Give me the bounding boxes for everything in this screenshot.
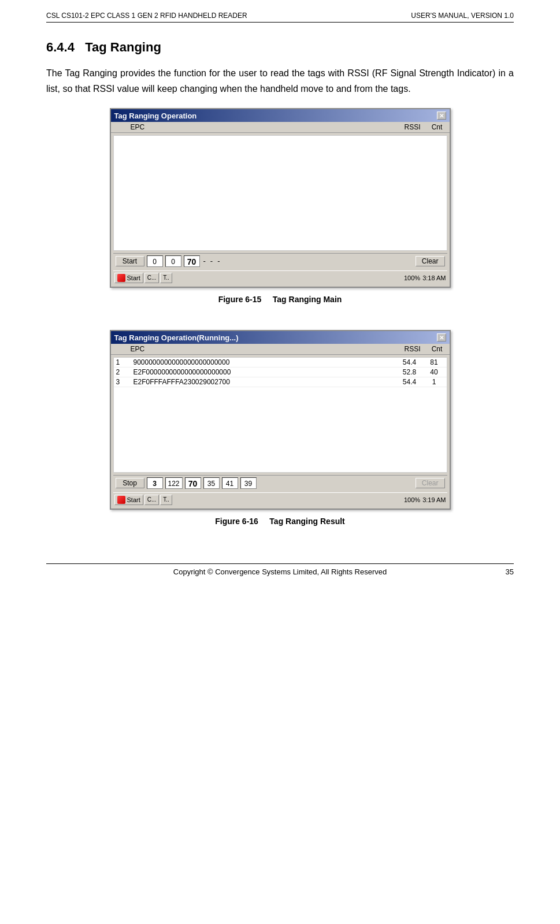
- figure2-clear-btn[interactable]: Clear: [416, 478, 445, 488]
- row1-num: 1: [116, 358, 133, 366]
- row1-rssi: 54.4: [395, 358, 424, 366]
- figure2-titlebar: Tag Ranging Operation(Running...) ✕: [111, 331, 450, 344]
- table-row: 3 E2F0FFFAFFFA230029002700 54.4 1: [114, 377, 447, 387]
- header-right: USER'S MANUAL, VERSION 1.0: [411, 12, 514, 20]
- col-epc-header: EPC: [131, 123, 398, 131]
- figure2-channel: 70: [185, 477, 201, 489]
- figure1-clear-btn[interactable]: Clear: [416, 256, 445, 266]
- col-num-header: [113, 123, 131, 131]
- figure2-container: Tag Ranging Operation(Running...) ✕ EPC …: [46, 330, 514, 540]
- col-epc-header2: EPC: [131, 345, 398, 353]
- figure2-count: 3: [147, 477, 163, 489]
- row2-epc: E2F0000000000000000000000: [133, 368, 395, 376]
- figure2-caption: Figure 6-16 Tag Ranging Result: [215, 517, 345, 526]
- windows-icon2: [117, 496, 125, 504]
- row3-rssi: 54.4: [395, 378, 424, 386]
- figure1-total: 0: [165, 255, 181, 267]
- figure2-content-area: 1 9000000000000000000000000 54.4 81 2 E2…: [113, 357, 447, 473]
- figure1-close-btn[interactable]: ✕: [437, 112, 446, 120]
- figure2-taskbar-btn2[interactable]: T..: [160, 495, 172, 505]
- figure1-status-bar: Start 0 0 70 - - - Clear: [113, 253, 447, 268]
- figure1-start-btn[interactable]: Start: [116, 256, 144, 266]
- row2-rssi: 52.8: [395, 368, 424, 376]
- figure1-container: Tag Ranging Operation ✕ EPC RSSI Cnt Sta…: [46, 108, 514, 318]
- figure2-status-bar: Stop 3 122 70 35 41 39 Clear: [113, 475, 447, 490]
- footer: Copyright © Convergence Systems Limited,…: [46, 563, 514, 576]
- table-row: 1 9000000000000000000000000 54.4 81: [114, 358, 447, 368]
- table-row: 2 E2F0000000000000000000000 52.8 40: [114, 368, 447, 377]
- figure1-channel: 70: [184, 255, 200, 267]
- row3-cnt: 1: [424, 378, 444, 386]
- row1-epc: 9000000000000000000000000: [133, 358, 395, 366]
- row3-num: 3: [116, 378, 133, 386]
- figure2-table-header: EPC RSSI Cnt: [111, 344, 450, 355]
- figure1-taskbar-start-label: Start: [127, 274, 140, 281]
- figure1-title: Tag Ranging Operation: [114, 112, 197, 120]
- figure2-val3: 39: [240, 477, 257, 489]
- col-rssi-header: RSSI: [398, 123, 427, 131]
- section-heading: 6.4.4 Tag Ranging: [46, 40, 514, 55]
- figure1-battery: 100%: [404, 274, 420, 281]
- figure1-taskbar-start[interactable]: Start: [114, 273, 143, 283]
- footer-copyright: Copyright © Convergence Systems Limited,…: [173, 567, 387, 576]
- figure2-taskbar-start-label: Start: [127, 496, 140, 503]
- figure2-taskbar-right: 100% 3:19 AM: [404, 496, 446, 503]
- col-num-header2: [113, 345, 131, 353]
- figure2-taskbar: Start C... T.. 100% 3:19 AM: [113, 492, 447, 506]
- figure2-total: 122: [165, 477, 183, 489]
- figure1-taskbar: Start C... T.. 100% 3:18 AM: [113, 270, 447, 284]
- col-rssi-header2: RSSI: [398, 345, 427, 353]
- figure2-time: 3:19 AM: [422, 496, 446, 503]
- figure2-battery: 100%: [404, 496, 420, 503]
- row3-epc: E2F0FFFAFFFA230029002700: [133, 378, 395, 386]
- figure1-content-area: [113, 135, 447, 251]
- header-left: CSL CS101-2 EPC CLASS 1 GEN 2 RFID HANDH…: [46, 12, 247, 20]
- figure1-window: Tag Ranging Operation ✕ EPC RSSI Cnt Sta…: [110, 108, 451, 288]
- col-cnt-header2: Cnt: [427, 345, 447, 353]
- figure1-table-header: EPC RSSI Cnt: [111, 122, 450, 133]
- figure2-taskbar-start[interactable]: Start: [114, 495, 143, 505]
- figure1-time: 3:18 AM: [422, 274, 446, 281]
- figure2-taskbar-btn1[interactable]: C...: [144, 495, 160, 505]
- figure2-title: Tag Ranging Operation(Running...): [114, 333, 239, 342]
- figure1-taskbar-btn1[interactable]: C...: [144, 273, 160, 283]
- figure2-val2: 41: [222, 477, 238, 489]
- figure1-dash2: -: [209, 257, 214, 265]
- figure2-val1: 35: [203, 477, 220, 489]
- figure2-stop-btn[interactable]: Stop: [116, 478, 144, 488]
- row2-cnt: 40: [424, 368, 444, 376]
- figure1-dash3: -: [216, 257, 221, 265]
- row1-cnt: 81: [424, 358, 444, 366]
- figure2-close-btn[interactable]: ✕: [437, 333, 446, 342]
- figure1-dash1: -: [202, 257, 207, 265]
- windows-icon: [117, 274, 125, 282]
- figure1-taskbar-btn2[interactable]: T..: [160, 273, 172, 283]
- row2-num: 2: [116, 368, 133, 376]
- figure1-titlebar: Tag Ranging Operation ✕: [111, 109, 450, 122]
- figure1-taskbar-right: 100% 3:18 AM: [404, 274, 446, 281]
- body-text: The Tag Ranging provides the function fo…: [46, 65, 514, 97]
- col-cnt-header: Cnt: [427, 123, 447, 131]
- figure1-caption: Figure 6-15 Tag Ranging Main: [218, 295, 342, 304]
- figure1-count: 0: [147, 255, 163, 267]
- figure2-window: Tag Ranging Operation(Running...) ✕ EPC …: [110, 330, 451, 510]
- footer-page: 35: [506, 567, 514, 576]
